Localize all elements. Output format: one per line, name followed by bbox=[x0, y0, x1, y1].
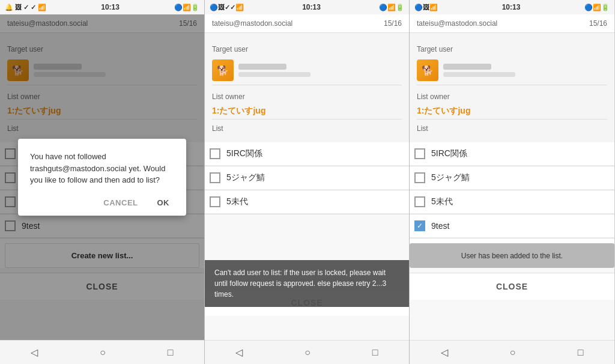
list-label-2: List bbox=[212, 124, 402, 133]
user-info-2 bbox=[238, 64, 402, 77]
target-user-label-3: Target user bbox=[417, 45, 607, 53]
dialog-box-1: You have not followed trashguts@mastodon… bbox=[18, 139, 186, 216]
list-label-3: List bbox=[417, 124, 607, 133]
list-item-label-1-3: 5ジャグ鯖 bbox=[431, 172, 470, 183]
list-item-row-0-3[interactable]: 5IRC関係 bbox=[410, 142, 614, 166]
panel-3: 🔵🖼📶 10:13 🔵📶🔋 tateisu@mastodon.social 15… bbox=[410, 0, 614, 364]
list-owner-label-2: List owner bbox=[212, 93, 402, 101]
status-bar-right-3: 🔵📶🔋 bbox=[584, 4, 610, 11]
dialog-cancel-btn-1[interactable]: CANCEL bbox=[98, 196, 142, 210]
user-name-blur-2 bbox=[238, 64, 286, 70]
back-icon-2[interactable]: ◁ bbox=[235, 347, 243, 358]
checkbox-0-2[interactable] bbox=[210, 148, 220, 159]
nav-bar-2: ◁ ○ □ bbox=[205, 340, 409, 364]
time-3: 10:13 bbox=[502, 3, 521, 11]
success-tooltip-3: User has been added to the list. bbox=[410, 243, 614, 268]
home-icon-3[interactable]: ○ bbox=[510, 347, 516, 358]
header-email-2: tateisu@mastodon.social bbox=[212, 19, 292, 28]
header-count-3: 15/16 bbox=[589, 19, 607, 28]
notification-icons-1: 🔔 🖼 ✓ ✓ 📶 bbox=[5, 4, 46, 11]
list-item-label-2-2: 5未代 bbox=[226, 196, 248, 207]
list-item-row-2-3[interactable]: 5未代 bbox=[410, 190, 614, 214]
nav-bar-1: ◁ ○ □ bbox=[0, 340, 204, 364]
back-icon-3[interactable]: ◁ bbox=[441, 347, 448, 358]
target-user-row-2: 🐕 bbox=[212, 56, 402, 85]
list-item-row-2-2[interactable]: 5未代 bbox=[205, 190, 409, 214]
avatar-2: 🐕 bbox=[212, 59, 234, 81]
close-btn-3[interactable]: CLOSE bbox=[410, 273, 614, 300]
error-toast-2: Can't add user to list: if the user is l… bbox=[205, 260, 409, 307]
app-header-3: tateisu@mastodon.social 15/16 bbox=[410, 14, 614, 33]
status-bar-left-3: 🔵🖼📶 bbox=[414, 4, 438, 11]
list-owner-label-3: List owner bbox=[417, 93, 607, 101]
home-icon-2[interactable]: ○ bbox=[304, 347, 311, 358]
status-bar-3: 🔵🖼📶 10:13 🔵📶🔋 bbox=[410, 0, 614, 14]
checkbox-0-3[interactable] bbox=[414, 148, 425, 159]
list-item-row-0-2[interactable]: 5IRC関係 bbox=[205, 142, 409, 166]
list-item-label-3-3: 9test bbox=[431, 221, 449, 231]
status-bar-left-1: 🔔 🖼 ✓ ✓ 📶 bbox=[5, 4, 46, 11]
status-bar-2: 🔵🖼✓✓📶 10:13 🔵📶🔋 bbox=[205, 0, 409, 14]
checkbox-1-3[interactable] bbox=[414, 172, 425, 183]
checkbox-1-2[interactable] bbox=[210, 172, 220, 183]
dialog-actions-1: CANCEL OK bbox=[30, 196, 174, 210]
list-item-label-0-2: 5IRC関係 bbox=[226, 148, 262, 159]
status-bar-1: 🔔 🖼 ✓ ✓ 📶 10:13 🔵📶🔋 bbox=[0, 0, 204, 14]
target-user-row-3: 🐕 bbox=[417, 56, 607, 85]
app-content-3: tateisu@mastodon.social 15/16 Target use… bbox=[410, 14, 614, 340]
back-icon-1[interactable]: ◁ bbox=[31, 347, 38, 358]
time-1: 10:13 bbox=[101, 3, 120, 11]
time-2: 10:13 bbox=[302, 3, 321, 11]
notification-icons-3: 🔵🖼📶 bbox=[414, 4, 438, 11]
status-bar-left-2: 🔵🖼✓✓📶 bbox=[210, 4, 244, 11]
home-icon-1[interactable]: ○ bbox=[100, 347, 106, 358]
status-bar-right-1: 🔵📶🔋 bbox=[174, 4, 199, 11]
panel-1: 🔔 🖼 ✓ ✓ 📶 10:13 🔵📶🔋 tateisu@mastodon.soc… bbox=[0, 0, 205, 364]
recent-icon-3[interactable]: □ bbox=[578, 347, 584, 358]
list-owner-value-3: 1:たていすjug bbox=[417, 103, 607, 120]
list-item-label-0-3: 5IRC関係 bbox=[431, 148, 467, 159]
header-email-3: tateisu@mastodon.social bbox=[417, 19, 497, 28]
list-item-row-1-2[interactable]: 5ジャグ鯖 bbox=[205, 166, 409, 190]
recent-icon-2[interactable]: □ bbox=[372, 347, 378, 358]
user-handle-blur-2 bbox=[238, 72, 311, 77]
battery-icon-2: 🔵📶🔋 bbox=[379, 4, 404, 11]
list-item-row-3-3[interactable]: 9test bbox=[410, 214, 614, 238]
user-info-3 bbox=[443, 64, 607, 77]
list-item-row-1-3[interactable]: 5ジャグ鯖 bbox=[410, 166, 614, 190]
list-item-label-1-2: 5ジャグ鯖 bbox=[226, 172, 265, 183]
dialog-ok-btn-1[interactable]: OK bbox=[153, 196, 175, 210]
header-count-2: 15/16 bbox=[384, 19, 402, 28]
app-content-2: tateisu@mastodon.social 15/16 Target use… bbox=[205, 14, 409, 340]
recent-icon-1[interactable]: □ bbox=[168, 347, 174, 358]
avatar-3: 🐕 bbox=[417, 59, 438, 81]
dialog-overlay-1: You have not followed trashguts@mastodon… bbox=[0, 14, 204, 340]
status-bar-right-2: 🔵📶🔋 bbox=[379, 4, 404, 11]
target-user-label-2: Target user bbox=[212, 45, 402, 53]
notification-icons-2: 🔵🖼✓✓📶 bbox=[210, 4, 244, 11]
list-item-label-2-3: 5未代 bbox=[431, 196, 453, 207]
list-owner-value-2: 1:たていすjug bbox=[212, 103, 402, 120]
user-handle-blur-3 bbox=[443, 72, 515, 77]
checkbox-3-3[interactable] bbox=[414, 220, 425, 231]
checkbox-2-3[interactable] bbox=[414, 196, 425, 207]
battery-icon-3: 🔵📶🔋 bbox=[584, 4, 610, 11]
battery-icon-1: 🔵📶🔋 bbox=[174, 4, 199, 11]
error-text-2: Can't add user to list: if the user is l… bbox=[214, 268, 386, 299]
panel-2: 🔵🖼✓✓📶 10:13 🔵📶🔋 tateisu@mastodon.social … bbox=[205, 0, 410, 364]
app-content-1: tateisu@mastodon.social 15/16 Target use… bbox=[0, 14, 204, 340]
checkbox-2-2[interactable] bbox=[210, 196, 220, 207]
dialog-text-1: You have not followed trashguts@mastodon… bbox=[30, 151, 174, 186]
user-name-blur-3 bbox=[443, 64, 491, 70]
nav-bar-3: ◁ ○ □ bbox=[410, 340, 614, 364]
app-header-2: tateisu@mastodon.social 15/16 bbox=[205, 14, 409, 33]
